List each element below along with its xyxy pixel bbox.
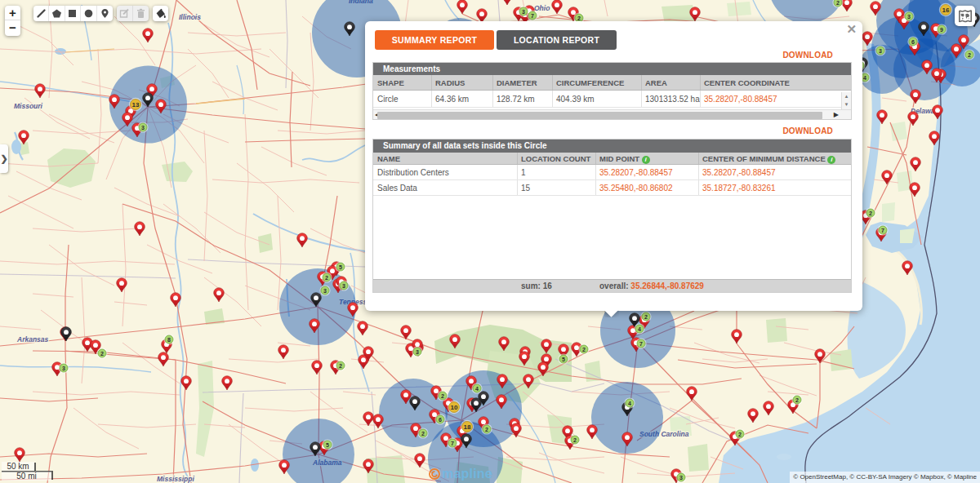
svg-text:Ohio: Ohio [534,4,550,12]
svg-text:2: 2 [339,363,342,369]
svg-text:7: 7 [639,341,643,347]
svg-text:3: 3 [342,283,345,289]
svg-text:2: 2 [100,351,104,357]
svg-text:2: 2 [573,437,577,443]
svg-text:5: 5 [339,264,342,270]
svg-text:3: 3 [62,366,65,371]
svg-text:2: 2 [738,432,742,437]
svg-text:Missouri: Missouri [14,102,43,110]
svg-text:6: 6 [439,417,442,423]
svg-text:4: 4 [638,326,641,332]
svg-text:3: 3 [679,475,683,481]
svg-text:7: 7 [881,228,884,233]
svg-text:4: 4 [628,401,631,406]
svg-text:5: 5 [326,442,329,448]
svg-text:6: 6 [911,39,915,45]
svg-text:7: 7 [451,441,454,446]
svg-text:2: 2 [836,0,840,6]
svg-text:2: 2 [441,393,444,399]
svg-text:2: 2 [485,427,488,432]
svg-text:16: 16 [942,7,950,14]
svg-text:2: 2 [421,431,425,436]
svg-text:5: 5 [562,357,565,362]
svg-text:Mississippi: Mississippi [157,475,194,483]
svg-text:9: 9 [940,27,943,33]
svg-text:3: 3 [323,288,327,294]
svg-text:2: 2 [968,52,971,58]
svg-text:10: 10 [451,404,458,411]
svg-text:3: 3 [416,349,419,355]
svg-text:2: 2 [577,16,581,21]
svg-text:3: 3 [522,9,525,15]
svg-text:8: 8 [167,337,171,343]
svg-text:3: 3 [879,48,882,54]
svg-text:Illinois: Illinois [179,13,201,21]
svg-text:7: 7 [531,13,534,19]
svg-text:2: 2 [582,347,586,352]
svg-text:2: 2 [869,210,872,216]
svg-text:4: 4 [863,75,866,81]
svg-text:2: 2 [644,314,648,320]
svg-text:Arkansas: Arkansas [16,335,49,343]
svg-text:18: 18 [464,423,471,431]
svg-text:3: 3 [141,125,145,131]
svg-text:4: 4 [475,386,479,392]
svg-text:3: 3 [907,14,911,20]
svg-text:2: 2 [325,275,328,281]
svg-text:13: 13 [132,101,140,109]
svg-text:2: 2 [795,397,799,403]
